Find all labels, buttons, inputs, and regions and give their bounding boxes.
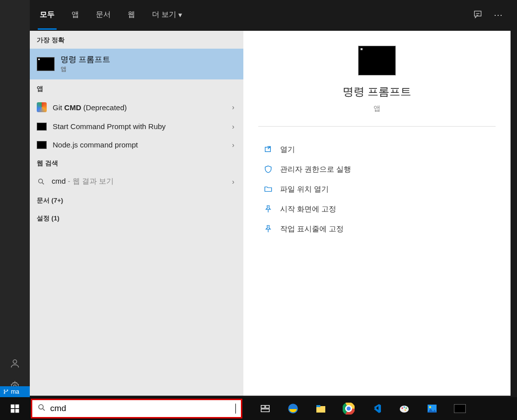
chevron-right-icon: › (232, 178, 234, 186)
divider (258, 126, 496, 127)
chevron-down-icon: ▾ (178, 10, 182, 19)
git-icon (37, 102, 47, 112)
section-apps: 앱 (30, 79, 243, 97)
photos-icon[interactable] (418, 397, 446, 420)
section-web-search: 웹 검색 (30, 154, 243, 172)
svg-rect-13 (266, 406, 269, 409)
text-caret (235, 404, 236, 414)
svg-rect-9 (11, 409, 15, 413)
folder-icon (263, 184, 273, 194)
app-result-label: Node.js command prompt (53, 140, 138, 149)
taskbar-search-input[interactable] (50, 404, 231, 414)
svg-rect-17 (316, 405, 320, 407)
preview-title: 명령 프롬프트 (258, 84, 496, 99)
svg-rect-14 (261, 409, 270, 412)
preview-subtitle: 앱 (258, 104, 496, 113)
svg-point-26 (406, 408, 407, 409)
search-icon (37, 177, 46, 186)
vscode-icon[interactable] (363, 397, 390, 420)
pin-icon (263, 224, 273, 234)
taskbar (0, 397, 517, 420)
svg-point-25 (404, 407, 405, 408)
svg-point-24 (402, 408, 403, 409)
svg-point-4 (7, 390, 8, 391)
account-icon[interactable] (9, 357, 21, 369)
more-options-icon[interactable]: ⋯ (494, 9, 503, 21)
best-match-subtitle: 앱 (61, 65, 110, 73)
section-documents: 문서 (7+) (30, 191, 243, 209)
action-label: 파일 위치 열기 (280, 185, 329, 194)
chevron-right-icon: › (232, 103, 234, 111)
feedback-icon[interactable] (473, 9, 483, 21)
open-icon (263, 144, 273, 154)
tab-documents[interactable]: 문서 (94, 1, 113, 30)
tab-all[interactable]: 모두 (38, 1, 57, 30)
tab-more-label: 더 보기 (152, 10, 176, 19)
taskbar-icons (251, 397, 474, 420)
svg-point-2 (4, 390, 5, 391)
action-label: 열기 (280, 145, 295, 154)
explorer-icon[interactable] (307, 397, 335, 420)
section-settings: 설정 (1) (30, 209, 243, 227)
svg-point-0 (13, 360, 16, 363)
git-branch-label: ma (11, 388, 19, 395)
app-result-label: Git CMD (Deprecated) (53, 103, 127, 112)
web-result-label: cmd - 웹 결과 보기 (52, 177, 114, 186)
app-result-label: Start Command Prompt with Ruby (53, 122, 166, 131)
terminal-icon (37, 123, 47, 131)
app-result-git-cmd[interactable]: Git CMD (Deprecated) › (30, 97, 243, 117)
preview-pane: 명령 프롬프트 앱 열기 관리자 권한으로 실행 파일 위치 열기 시작 화면에… (243, 31, 511, 396)
action-pin-start[interactable]: 시작 화면에 고정 (263, 199, 491, 219)
paint-icon[interactable] (390, 397, 418, 420)
svg-point-5 (39, 179, 43, 183)
search-results-panel: 가장 정확 명령 프롬프트 앱 앱 Git CMD (Deprecated) ›… (30, 31, 243, 396)
svg-rect-12 (261, 406, 265, 409)
pin-icon (263, 204, 273, 214)
svg-point-27 (405, 410, 406, 411)
taskbar-search-box[interactable] (31, 399, 242, 419)
tab-more[interactable]: 더 보기 ▾ (150, 1, 184, 30)
tab-apps[interactable]: 앱 (70, 1, 81, 30)
start-button[interactable] (0, 397, 30, 420)
command-prompt-icon (37, 57, 55, 71)
task-view-icon[interactable] (251, 397, 279, 420)
action-label: 시작 화면에 고정 (280, 205, 336, 214)
svg-rect-10 (15, 409, 19, 413)
app-result-ruby-cmd[interactable]: Start Command Prompt with Ruby › (30, 117, 243, 136)
action-open[interactable]: 열기 (263, 140, 491, 159)
svg-rect-6 (265, 147, 271, 152)
action-label: 작업 표시줄에 고정 (280, 224, 344, 234)
web-search-result[interactable]: cmd - 웹 결과 보기 › (30, 172, 243, 191)
ie-icon[interactable] (279, 397, 307, 420)
svg-point-3 (4, 393, 5, 394)
app-result-node-cmd[interactable]: Node.js command prompt › (30, 136, 243, 154)
svg-rect-8 (15, 405, 19, 409)
chrome-icon[interactable] (335, 397, 363, 420)
svg-point-22 (347, 407, 351, 411)
best-match-result[interactable]: 명령 프롬프트 앱 (30, 49, 243, 79)
chevron-right-icon: › (232, 141, 234, 149)
search-tabs-header: 모두 앱 문서 웹 더 보기 ▾ ⋯ (30, 0, 511, 31)
shield-icon (263, 164, 273, 174)
terminal-icon (37, 141, 47, 149)
action-run-admin[interactable]: 관리자 권한으로 실행 (263, 159, 491, 179)
svg-rect-7 (11, 405, 15, 409)
git-branch-indicator[interactable]: ma (0, 386, 30, 397)
svg-point-30 (429, 406, 431, 408)
svg-point-11 (39, 405, 43, 409)
chevron-right-icon: › (232, 123, 234, 131)
tab-web[interactable]: 웹 (126, 1, 137, 30)
preview-actions: 열기 관리자 권한으로 실행 파일 위치 열기 시작 화면에 고정 작업 표시줄… (258, 140, 496, 239)
action-open-file-location[interactable]: 파일 위치 열기 (263, 179, 491, 199)
preview-app-icon (358, 46, 396, 75)
action-label: 관리자 권한으로 실행 (280, 165, 351, 174)
search-icon (37, 403, 46, 414)
best-match-title: 명령 프롬프트 (61, 55, 110, 65)
action-pin-taskbar[interactable]: 작업 표시줄에 고정 (263, 219, 491, 239)
terminal-icon[interactable] (446, 397, 474, 420)
app-sidebar (0, 0, 30, 397)
section-best-match: 가장 정확 (30, 31, 243, 49)
